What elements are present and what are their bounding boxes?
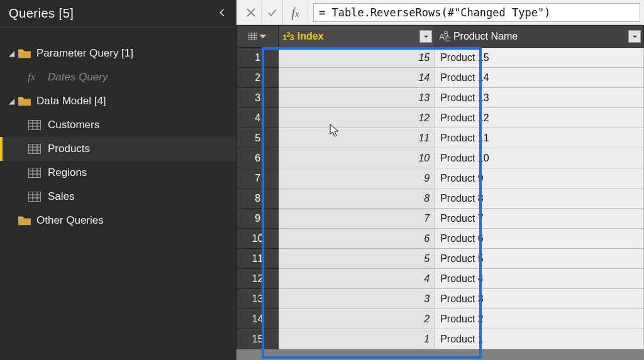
cell-index[interactable]: 7 [279,209,435,229]
table-row[interactable]: 214Product 14 [237,68,644,88]
row-number[interactable]: 5 [237,128,279,148]
row-number[interactable]: 6 [237,148,279,168]
cell-product-name[interactable]: Product 7 [435,209,644,229]
row-number[interactable]: 9 [237,209,279,229]
row-number[interactable]: 8 [237,188,279,209]
query-dates-query[interactable]: fx Dates Query [0,65,236,89]
column-header-product-name[interactable]: ABC Product Name [435,26,644,48]
svg-rect-0 [28,120,41,130]
cell-index[interactable]: 10 [279,148,435,168]
cell-product-name[interactable]: Product 12 [435,108,644,128]
column-label: Product Name [453,31,518,42]
cell-index[interactable]: 9 [279,168,435,188]
cell-product-name[interactable]: Product 2 [435,309,644,329]
table-row[interactable]: 133Product 3 [237,289,644,309]
cell-product-name[interactable]: Product 15 [435,48,644,68]
query-sales[interactable]: Sales [0,185,236,209]
folder-parameter-query[interactable]: ◢ Parameter Query [1] [0,41,236,65]
cell-product-name[interactable]: Product 5 [435,249,644,269]
formula-input[interactable] [313,3,640,22]
select-all-cell[interactable] [237,26,279,48]
table-row[interactable]: 151Product 1 [237,329,644,349]
row-number[interactable]: 13 [237,289,279,309]
folder-label: Parameter Query [1] [36,47,133,60]
row-number[interactable]: 1 [237,48,279,68]
cell-product-name[interactable]: Product 6 [435,229,644,249]
cell-product-name[interactable]: Product 14 [435,68,644,88]
cell-index[interactable]: 13 [279,88,435,108]
query-label: Dates Query [48,71,108,84]
table-row[interactable]: 106Product 6 [237,229,644,249]
number-type-icon: 123 [282,31,294,42]
query-tree: ◢ Parameter Query [1] fx Dates Query ◢ D… [0,28,236,232]
table-row[interactable]: 115Product 5 [237,249,644,269]
folder-icon [18,48,31,59]
cell-product-name[interactable]: Product 10 [435,148,644,168]
svg-rect-5 [28,144,41,154]
queries-sidebar: Queries [5] ◢ Parameter Query [1] fx Dat… [0,0,236,360]
row-number[interactable]: 10 [237,229,279,249]
row-number[interactable]: 4 [237,108,279,128]
cell-index[interactable]: 14 [279,68,435,88]
folder-icon [18,215,31,226]
row-number[interactable]: 12 [237,269,279,289]
table-row[interactable]: 115Product 15 [237,48,644,68]
cell-index[interactable]: 2 [279,309,435,329]
column-filter-button[interactable] [628,30,641,43]
row-number[interactable]: 11 [237,249,279,269]
column-filter-button[interactable] [419,30,432,43]
row-number[interactable]: 7 [237,168,279,188]
cell-index[interactable]: 3 [279,289,435,309]
query-customers[interactable]: Customers [0,113,236,137]
cell-index[interactable]: 4 [279,269,435,289]
folder-icon [18,95,31,107]
cell-index[interactable]: 12 [279,108,435,128]
cell-index[interactable]: 6 [279,229,435,249]
query-label: Customers [48,119,99,131]
expand-arrow-icon: ◢ [6,97,16,106]
query-regions[interactable]: Regions [0,161,236,185]
table-row[interactable]: 313Product 13 [237,88,644,108]
row-number[interactable]: 2 [237,68,279,88]
row-number[interactable]: 14 [237,309,279,329]
query-products[interactable]: Products [0,137,236,161]
folder-label: Other Queries [36,214,104,227]
table-row[interactable]: 142Product 2 [237,309,644,329]
column-header-index[interactable]: 123 Index [279,26,435,48]
table-row[interactable]: 610Product 10 [237,148,644,168]
table-row[interactable]: 412Product 12 [237,108,644,128]
table-icon [28,119,42,131]
table-row[interactable]: 79Product 9 [237,168,644,188]
cell-product-name[interactable]: Product 1 [435,329,644,349]
cell-product-name[interactable]: Product 11 [435,128,644,148]
column-label: Index [297,31,324,42]
table-row[interactable]: 88Product 8 [237,188,644,209]
cell-product-name[interactable]: Product 9 [435,168,644,188]
data-grid[interactable]: 123 Index ABC Product Name 115Product [236,25,644,349]
expand-arrow-icon [6,216,16,225]
table-row[interactable]: 124Product 4 [237,269,644,289]
cell-index[interactable]: 15 [279,48,435,68]
cancel-formula-button[interactable] [240,1,262,25]
folder-data-model[interactable]: ◢ Data Model [4] [0,89,236,113]
table-row[interactable]: 97Product 7 [237,209,644,229]
row-number[interactable]: 15 [237,329,279,349]
collapse-sidebar-button[interactable] [218,8,226,19]
text-type-icon: ABC [439,30,450,43]
cell-index[interactable]: 5 [279,249,435,269]
cell-index[interactable]: 1 [279,329,435,349]
table-icon [28,143,42,155]
commit-formula-button[interactable] [262,1,283,25]
cell-index[interactable]: 8 [279,188,435,209]
table-row[interactable]: 511Product 11 [237,128,644,148]
table-icon [28,191,42,202]
fx-icon: fx [28,71,43,84]
sidebar-title: Queries [5] [9,6,74,21]
cell-index[interactable]: 11 [279,128,435,148]
cell-product-name[interactable]: Product 3 [435,289,644,309]
row-number[interactable]: 3 [237,88,279,108]
cell-product-name[interactable]: Product 13 [435,88,644,108]
cell-product-name[interactable]: Product 4 [435,269,644,289]
folder-other-queries[interactable]: Other Queries [0,209,236,232]
cell-product-name[interactable]: Product 8 [435,188,644,209]
